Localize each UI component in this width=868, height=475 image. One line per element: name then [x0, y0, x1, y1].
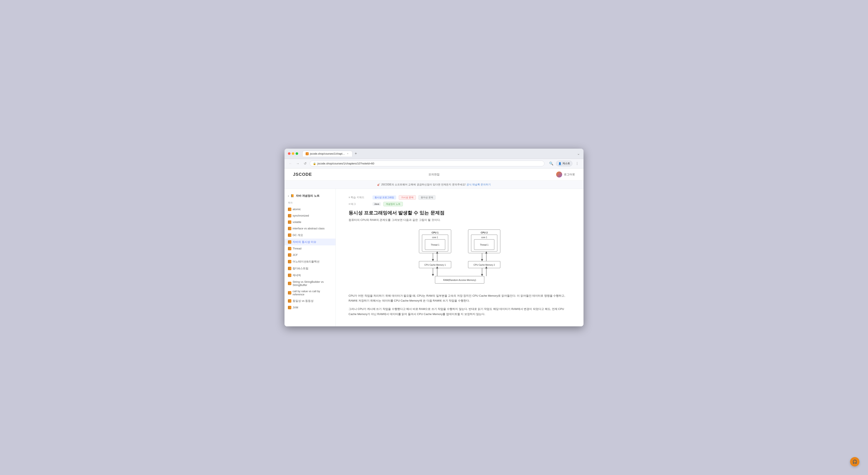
float-help-button[interactable]: 🎧: [850, 457, 860, 467]
sidebar-label-volatile: volatile: [292, 220, 301, 224]
tags-label: ≡ 태그: [348, 202, 370, 206]
sidebar-icon-concurrency: 📙: [288, 240, 291, 244]
sidebar-icon-volatile: 📙: [288, 220, 291, 224]
title-bar: J jscode.shop/courses/1/chapt… × + ⌄: [284, 149, 584, 159]
sidebar-book-icon: 📙: [291, 194, 294, 197]
sidebar-icon-thread: 📙: [288, 247, 291, 250]
main-content: ≡ 학습 키워드 동시성 프로그래밍 가시성 문제 원자성 문제 ≡ 태그 Ja…: [336, 189, 584, 326]
url-bar[interactable]: 🔒 jscode.shop/courses/1/chapters/10?note…: [310, 161, 545, 166]
sidebar-item-generic[interactable]: 📙 제네릭: [284, 272, 336, 279]
nav-edit[interactable]: 모의면접: [429, 172, 439, 177]
article-body: CPU가 어떤 작업을 처리하기 위해 데이터가 필요할 때, CPU는 RAM…: [348, 293, 571, 317]
sidebar-item-concurrency[interactable]: 📙 자바의 동시성 이슈: [284, 239, 336, 245]
sidebar-icon-jcf: 📙: [288, 253, 291, 257]
sidebar-icon-synchronized: 📙: [288, 214, 291, 217]
cpu-diagram: CPU 1 core 1 Thread 1 CPU 2 core 1: [348, 227, 571, 287]
sidebar-label-thread: Thread: [292, 247, 301, 250]
svg-marker-13: [432, 259, 434, 261]
tag-atomicity[interactable]: 원자성 문제: [418, 195, 435, 200]
svg-text:CPU 1: CPU 1: [432, 231, 438, 234]
minimize-button[interactable]: [292, 152, 294, 155]
banner: 🎸 JSCODE의 소프트웨어 교육에 궁금하신점이 있다면 언제든지 문의주세…: [284, 181, 584, 189]
sidebar-item-atomic[interactable]: 📙 atomic: [284, 206, 336, 213]
window-maximize-icon[interactable]: ⌄: [577, 151, 580, 156]
sidebar-label-callby: call by value vs call by reference: [292, 290, 332, 296]
sidebar-item-lambda[interactable]: 📙 람다&스트림: [284, 265, 336, 272]
tab-favicon: J: [306, 152, 309, 155]
sidebar-header: ‹ 📙 자바 개념정리 노트: [284, 192, 336, 200]
sidebar-label-equality: 동일성 vs 동등성: [292, 299, 314, 303]
sidebar-icon-generic: 📙: [288, 274, 291, 277]
sidebar-item-synchronized[interactable]: 📙 synchronized: [284, 213, 336, 219]
sidebar-label-atomic: atomic: [292, 208, 301, 211]
app-header: JSCODE 모의면접 로그아웃: [284, 168, 584, 181]
traffic-lights: [288, 152, 298, 155]
svg-text:CPU Cache Memory 2: CPU Cache Memory 2: [473, 264, 495, 266]
back-button[interactable]: ←: [288, 161, 293, 166]
sidebar-icon-string: 📙: [288, 282, 291, 285]
search-icon[interactable]: 🔍: [548, 161, 554, 167]
banner-link[interactable]: 공식 채널록 문의하기: [466, 183, 491, 186]
close-button[interactable]: [288, 152, 290, 155]
sidebar-item-thread[interactable]: 📙 Thread: [284, 245, 336, 252]
sidebar-item-jvm[interactable]: 📙 JVM: [284, 304, 336, 311]
sidebar-item-callby[interactable]: 📙 call by value vs call by reference: [284, 288, 336, 297]
sidebar-label-jvm: JVM: [292, 306, 298, 309]
user-button[interactable]: 👤 게스트: [556, 161, 572, 166]
tag-concurrent-programming[interactable]: 동시성 프로그래밍: [372, 195, 396, 199]
sidebar-icon-jvm: 📙: [288, 306, 291, 309]
sidebar-icon-annotation: 📙: [288, 260, 291, 263]
sidebar-title: 자바 개념정리 노트: [296, 194, 319, 198]
sidebar-item-annotation[interactable]: 📙 어노테이션&리플렉션: [284, 258, 336, 265]
sidebar-item-interface[interactable]: 📙 interface vs abstract class: [284, 225, 336, 232]
sidebar-icon-interface: 📙: [288, 227, 291, 230]
menu-icon[interactable]: ⋮: [574, 161, 580, 167]
sidebar-item-equality[interactable]: 📙 동일성 vs 동등성: [284, 297, 336, 304]
svg-text:Thread 1: Thread 1: [431, 244, 439, 246]
sidebar-icon-gc: 📙: [288, 233, 291, 237]
sidebar-item-jcf[interactable]: 📙 JCF: [284, 252, 336, 258]
sidebar-label-gc: GC 개요: [292, 233, 303, 237]
sidebar-label-lambda: 람다&스트림: [292, 266, 308, 271]
main-layout: ‹ 📙 자바 개념정리 노트 목차 📙 atomic 📙 synchronize…: [284, 189, 584, 326]
url-text: jscode.shop/courses/1/chapters/10?noteId…: [317, 162, 374, 165]
tag-java[interactable]: Java: [372, 202, 381, 206]
app-logo: JSCODE: [293, 172, 312, 177]
cpu-diagram-svg: CPU 1 core 1 Thread 1 CPU 2 core 1: [415, 227, 504, 287]
tab-close-button[interactable]: ×: [346, 152, 349, 155]
tab-bar: J jscode.shop/courses/1/chapt… × +: [303, 151, 575, 157]
sidebar-item-gc[interactable]: 📙 GC 개요: [284, 232, 336, 239]
sidebar-label-interface: interface vs abstract class: [292, 227, 324, 230]
refresh-button[interactable]: ↺: [303, 161, 308, 166]
logout-button[interactable]: 로그아웃: [564, 172, 575, 177]
new-tab-button[interactable]: +: [353, 151, 359, 156]
svg-marker-25: [432, 274, 434, 276]
user-icon: 👤: [558, 162, 561, 165]
user-label: 게스트: [562, 162, 570, 165]
app-content: JSCODE 모의면접 로그아웃 🎸 JSCODE의 소프트웨어 교육에 궁금하…: [284, 168, 584, 326]
tag-visibility[interactable]: 가시성 문제: [399, 195, 416, 200]
maximize-button[interactable]: [296, 152, 298, 155]
sidebar-item-string[interactable]: 📙 String vs StringBuilder vs StringBuffe…: [284, 279, 336, 288]
keywords-label: ≡ 학습 키워드: [348, 196, 370, 199]
avatar: [556, 171, 562, 178]
sidebar-item-volatile[interactable]: 📙 volatile: [284, 219, 336, 225]
sidebar-toggle-button[interactable]: ‹: [288, 194, 289, 197]
address-bar: ← → ↺ 🔒 jscode.shop/courses/1/chapters/1…: [284, 159, 584, 168]
app-header-right: 로그아웃: [556, 171, 575, 178]
meta-tags-row: ≡ 태그 Java 개념정리 노트: [348, 202, 571, 206]
sidebar-icon-callby: 📙: [288, 291, 291, 294]
forward-button[interactable]: →: [295, 161, 300, 166]
sidebar-label-annotation: 어노테이션&리플렉션: [292, 260, 319, 263]
sidebar-toc-label: 목차: [284, 200, 336, 205]
sidebar-label-string: String vs StringBuilder vs StringBuffer: [292, 280, 332, 287]
sidebar-icon-atomic: 📙: [288, 208, 291, 211]
sidebar-icon-lambda: 📙: [288, 267, 291, 270]
svg-text:CPU 2: CPU 2: [481, 231, 488, 234]
sidebar-icon-equality: 📙: [288, 299, 291, 303]
lock-icon: 🔒: [313, 162, 316, 165]
article-title: 동시성 프로그래밍에서 발생할 수 있는 문제점: [348, 210, 571, 216]
tag-concept-note[interactable]: 개념정리 노트: [383, 202, 403, 206]
active-tab[interactable]: J jscode.shop/courses/1/chapt… ×: [303, 151, 352, 157]
article-subtitle: 컴퓨터의 CPU와 RAM의 관계도를 그려보면 다음과 같은 그림이 될 것이…: [348, 218, 571, 222]
